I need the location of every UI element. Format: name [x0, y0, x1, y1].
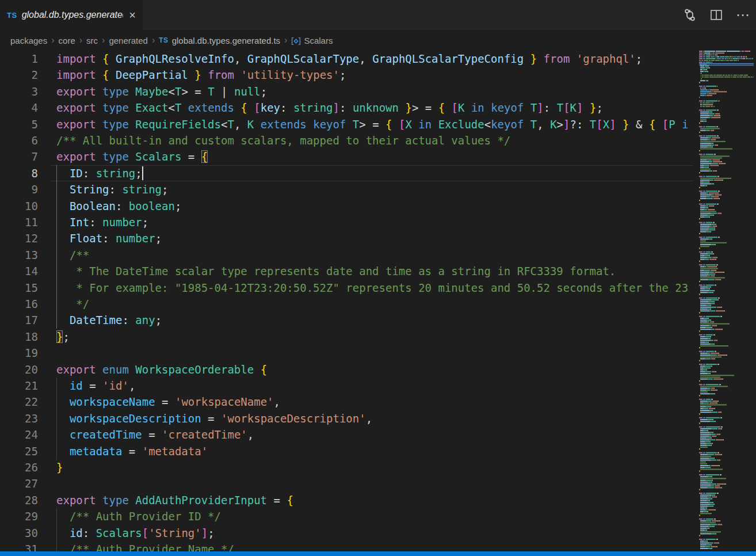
- breadcrumb-item-core[interactable]: core: [59, 36, 75, 45]
- code-line[interactable]: export type AddAuthProviderInput = {: [51, 492, 693, 509]
- breadcrumb-item-packages[interactable]: packages: [10, 36, 47, 45]
- line-number[interactable]: 10: [0, 198, 38, 215]
- line-number[interactable]: 8: [0, 165, 38, 182]
- line-number[interactable]: 22: [0, 394, 38, 410]
- code-line[interactable]: export type RequireFields<T, K extends k…: [51, 116, 693, 133]
- code-token: T: [530, 101, 537, 114]
- code-line[interactable]: workspaceName = 'workspaceName',: [51, 394, 693, 410]
- split-editor-icon[interactable]: [709, 7, 724, 22]
- line-number[interactable]: 20: [0, 361, 38, 378]
- line-number[interactable]: 16: [0, 296, 38, 313]
- code-line[interactable]: /** Auth Provider Name */: [51, 541, 693, 551]
- code-token: ]: [333, 101, 339, 114]
- code-line[interactable]: Boolean: boolean;: [51, 198, 693, 215]
- line-number[interactable]: 18: [0, 329, 38, 345]
- code-line[interactable]: }: [51, 459, 693, 476]
- code-line[interactable]: workspaceDescription = 'workspaceDescrip…: [51, 410, 693, 427]
- code-line[interactable]: ID: string;: [51, 165, 693, 182]
- line-number[interactable]: 28: [0, 492, 38, 509]
- code-editor[interactable]: 1234567891011121314151617181920212223242…: [0, 51, 756, 551]
- code-line[interactable]: * For example: "1985-04-12T23:20:50.52Z"…: [51, 280, 693, 296]
- code-token: ,: [247, 428, 254, 441]
- breadcrumb-item-file[interactable]: global.db.types.generated.ts: [172, 36, 280, 45]
- line-number[interactable]: 13: [0, 247, 38, 264]
- code-line[interactable]: export type Scalars = {: [51, 148, 693, 165]
- code-line[interactable]: import { DeepPartial } from 'utility-typ…: [51, 67, 693, 83]
- line-number[interactable]: 5: [0, 116, 38, 133]
- line-number[interactable]: 30: [0, 525, 38, 542]
- ellipsis-glyph: ⋯: [736, 8, 750, 22]
- code-token: ;: [208, 527, 214, 539]
- code-token: {: [261, 363, 267, 376]
- line-number[interactable]: 23: [0, 410, 38, 427]
- code-token: /**: [56, 249, 89, 261]
- tab-close-icon[interactable]: ×: [128, 9, 137, 21]
- line-number[interactable]: 6: [0, 132, 38, 149]
- line-number[interactable]: 24: [0, 426, 38, 443]
- breadcrumb-separator-icon: ›: [284, 35, 287, 45]
- code-token: [56, 510, 70, 523]
- code-line[interactable]: import { GraphQLResolveInfo, GraphQLScal…: [51, 51, 693, 67]
- line-number[interactable]: 15: [0, 280, 38, 296]
- line-number[interactable]: 17: [0, 312, 38, 329]
- breadcrumb-item-generated[interactable]: generated: [109, 36, 148, 45]
- line-number[interactable]: 1: [0, 51, 38, 67]
- breadcrumb-item-symbol[interactable]: Scalars: [304, 36, 333, 45]
- code-token: import: [56, 68, 102, 81]
- code-line[interactable]: /**: [51, 247, 693, 264]
- code-token: 'utility-types': [240, 68, 339, 81]
- code-line[interactable]: [51, 345, 693, 361]
- code-line[interactable]: export type Maybe<T> = T | null;: [51, 83, 693, 100]
- line-number[interactable]: 2: [0, 67, 38, 83]
- line-number[interactable]: 21: [0, 378, 38, 394]
- code-line[interactable]: metadata = 'metadata': [51, 443, 693, 460]
- code-token: T: [208, 85, 214, 98]
- code-line[interactable]: Int: number;: [51, 214, 693, 231]
- code-token: K: [570, 101, 576, 114]
- code-line[interactable]: id = 'id',: [51, 378, 693, 394]
- line-number[interactable]: 26: [0, 459, 38, 476]
- code-token: import: [56, 52, 102, 65]
- code-line[interactable]: id: Scalars['String'];: [51, 525, 693, 542]
- code-lines[interactable]: import { GraphQLResolveInfo, GraphQLScal…: [51, 51, 693, 551]
- code-token: [: [254, 101, 260, 114]
- line-number[interactable]: 12: [0, 230, 38, 247]
- line-number[interactable]: 25: [0, 443, 38, 460]
- code-line[interactable]: DateTime: any;: [51, 312, 693, 329]
- open-changes-icon[interactable]: [682, 7, 697, 22]
- line-number[interactable]: 31: [0, 541, 38, 551]
- code-line[interactable]: export type Exact<T extends { [key: stri…: [51, 100, 693, 116]
- code-token: in: [464, 101, 491, 114]
- code-line[interactable]: /** Auth Provider ID */: [51, 508, 693, 525]
- code-token: [: [596, 118, 602, 131]
- code-line[interactable]: */: [51, 296, 693, 313]
- code-line[interactable]: createdTime = 'createdTime',: [51, 426, 693, 443]
- line-number[interactable]: 19: [0, 345, 38, 361]
- line-number[interactable]: 14: [0, 263, 38, 280]
- code-token: [56, 445, 70, 458]
- code-token: :: [102, 232, 116, 245]
- minimap[interactable]: [699, 51, 754, 551]
- line-number[interactable]: 7: [0, 148, 38, 165]
- code-line[interactable]: /** All built-in and custom scalars, map…: [51, 132, 693, 149]
- line-number[interactable]: 9: [0, 181, 38, 198]
- code-token: ]: [609, 118, 616, 131]
- code-line[interactable]: export enum WorkspaceOrderable {: [51, 361, 693, 378]
- editor-tab[interactable]: TS global.db.types.generated.ts ×: [0, 0, 143, 30]
- line-number[interactable]: 27: [0, 475, 38, 492]
- code-line[interactable]: [51, 475, 693, 492]
- line-number[interactable]: 11: [0, 214, 38, 231]
- code-token: 'String': [148, 527, 201, 539]
- code-token: > =: [181, 85, 208, 98]
- code-token: ;: [175, 200, 181, 212]
- breadcrumb-item-src[interactable]: src: [86, 36, 98, 45]
- more-actions-icon[interactable]: ⋯: [735, 7, 750, 22]
- code-line[interactable]: String: string;: [51, 181, 693, 198]
- line-number[interactable]: 3: [0, 83, 38, 100]
- status-bar[interactable]: [0, 551, 756, 556]
- line-number[interactable]: 29: [0, 508, 38, 525]
- code-line[interactable]: Float: number;: [51, 230, 693, 247]
- line-number[interactable]: 4: [0, 100, 38, 116]
- code-line[interactable]: };: [51, 329, 693, 345]
- code-line[interactable]: * The DateTime scalar type represents da…: [51, 263, 693, 280]
